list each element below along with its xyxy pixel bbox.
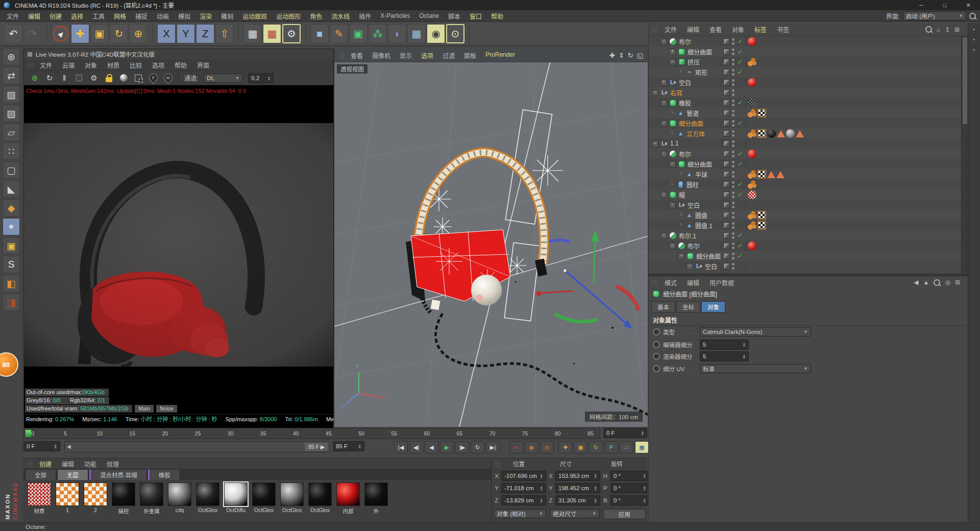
layer-box[interactable] bbox=[723, 120, 730, 127]
paint-setup-icon[interactable]: ◧ bbox=[3, 275, 20, 292]
expand-toggle[interactable]: − bbox=[652, 89, 658, 96]
visibility-dots[interactable] bbox=[732, 161, 734, 167]
attr-tab-对象[interactable]: 对象 bbox=[701, 301, 725, 312]
expand-toggle[interactable]: − bbox=[669, 202, 676, 208]
material-item[interactable]: 材质 bbox=[27, 482, 52, 515]
menu-捕捉[interactable]: 捕捉 bbox=[131, 12, 152, 20]
visibility-dots[interactable] bbox=[732, 181, 734, 188]
object-name[interactable]: 细分曲面 bbox=[679, 119, 703, 128]
menu-脚本[interactable]: 脚本 bbox=[444, 12, 465, 20]
phong-tag-icon[interactable] bbox=[748, 221, 756, 230]
object-row[interactable]: −细分曲面✓ bbox=[649, 159, 961, 169]
attribute-stepper[interactable]: 5▲▼ bbox=[700, 351, 749, 361]
viewport-panel[interactable]: 查看摄像机显示选项过滤面板ProRender ✚⇕↻◱ bbox=[334, 49, 647, 426]
object-row[interactable]: −细分曲面✓ bbox=[649, 251, 961, 261]
phong-tag-icon[interactable] bbox=[748, 58, 756, 66]
object-row[interactable]: −布尔✓ bbox=[649, 240, 961, 251]
visibility-dots[interactable] bbox=[732, 212, 734, 219]
position-field[interactable]: -13.829 cm▲▼ bbox=[501, 495, 546, 505]
paint-colors-icon[interactable]: ◨ bbox=[3, 294, 20, 311]
visibility-dots[interactable] bbox=[732, 151, 734, 157]
material-tab-橡胶[interactable]: 橡胶 bbox=[148, 469, 180, 480]
material-thumbnail[interactable] bbox=[168, 482, 191, 506]
model-mode-icon[interactable]: ▧ bbox=[3, 86, 20, 103]
material-ball-icon[interactable] bbox=[119, 74, 128, 83]
object-name[interactable]: 细分曲面 bbox=[688, 160, 712, 168]
attr-menu-用户数据[interactable]: 用户数据 bbox=[704, 278, 739, 287]
object-name[interactable]: 圆盘.1 bbox=[695, 221, 713, 230]
menu-窗口[interactable]: 窗口 bbox=[465, 12, 486, 20]
om-home-icon[interactable]: ⌂ bbox=[937, 26, 940, 33]
attr-up-icon[interactable]: ▲ bbox=[923, 279, 929, 286]
visibility-dots[interactable] bbox=[732, 89, 734, 96]
maximize-button[interactable]: □ bbox=[933, 0, 957, 10]
viewport-canvas[interactable]: Y X Z bbox=[334, 62, 648, 427]
lv-menu-比较[interactable]: 比较 bbox=[125, 61, 147, 69]
mat-red-tag-icon[interactable] bbox=[748, 242, 756, 250]
lock-axis-icon[interactable]: ▣ bbox=[3, 237, 20, 254]
record-scale-button[interactable]: ▣ bbox=[574, 441, 587, 453]
attribute-select[interactable]: 标准▼ bbox=[700, 364, 811, 373]
layer-box[interactable] bbox=[723, 151, 730, 157]
prev-key-button[interactable]: ◀| bbox=[409, 441, 423, 453]
texture-mode-icon[interactable]: ▨ bbox=[3, 105, 20, 122]
workplane-mode-icon[interactable]: ▱ bbox=[3, 124, 20, 141]
octane-render-icon[interactable]: ⊛ bbox=[30, 74, 39, 83]
object-row[interactable]: +L0空白 bbox=[649, 77, 961, 87]
visibility-dots[interactable] bbox=[732, 253, 734, 259]
octane-balloon-icon[interactable]: 80 bbox=[0, 352, 18, 377]
pick-material-icon[interactable]: M bbox=[163, 74, 173, 83]
menu-角色[interactable]: 角色 bbox=[305, 12, 327, 20]
position-field[interactable]: -107.696 cm▲▼ bbox=[501, 471, 546, 481]
vp-menu-查看[interactable]: 查看 bbox=[346, 51, 368, 60]
expand-toggle[interactable]: − bbox=[669, 161, 676, 167]
radio-icon[interactable] bbox=[653, 341, 660, 348]
attr-back-icon[interactable]: ◀ bbox=[914, 279, 918, 286]
last-tool-button[interactable]: ⊕ bbox=[129, 24, 148, 43]
object-row[interactable]: −布尔✓ bbox=[649, 36, 961, 46]
vp-menu-摄像机[interactable]: 摄像机 bbox=[368, 51, 395, 60]
visibility-dots[interactable] bbox=[732, 202, 734, 208]
visibility-dots[interactable] bbox=[732, 79, 734, 86]
enabled-check[interactable]: ✓ bbox=[737, 48, 744, 55]
coord-system-button[interactable]: ⇧ bbox=[215, 24, 234, 43]
edges-mode-icon[interactable]: ▢ bbox=[3, 161, 20, 179]
object-row[interactable]: −挤压✓ bbox=[649, 57, 961, 67]
enabled-check[interactable]: ✓ bbox=[737, 242, 744, 249]
object-name[interactable]: 布尔 bbox=[679, 37, 691, 46]
axis-mode-icon[interactable]: ⌖ bbox=[3, 218, 20, 235]
goto-end-button[interactable]: ▶| bbox=[486, 441, 500, 453]
autokey-button[interactable]: ◉ bbox=[525, 441, 538, 453]
material-item[interactable]: 内部 bbox=[335, 482, 361, 515]
restart-icon[interactable]: R bbox=[75, 74, 84, 83]
material-tab-混合材质-耳帽[interactable]: 混合材质-耳帽 bbox=[89, 469, 147, 480]
settings-gear-icon[interactable]: ⚙ bbox=[89, 74, 99, 83]
add-light-button[interactable]: ⊙ bbox=[446, 24, 464, 43]
layer-box[interactable] bbox=[723, 140, 730, 147]
menu-插件[interactable]: 插件 bbox=[354, 12, 376, 20]
object-name[interactable]: 管道 bbox=[687, 109, 699, 117]
layer-box[interactable] bbox=[723, 181, 730, 188]
attribute-stepper[interactable]: 5▲▼ bbox=[700, 340, 749, 350]
expand-toggle[interactable]: − bbox=[660, 120, 667, 127]
object-name[interactable]: 帽 bbox=[679, 190, 685, 199]
ruler-frame-field[interactable]: 0 F ▲▼ bbox=[603, 428, 647, 438]
radio-icon[interactable] bbox=[653, 328, 660, 335]
panel-grip-icon[interactable] bbox=[652, 27, 658, 32]
render-view-button[interactable]: ▦ bbox=[243, 24, 262, 43]
add-cube-button[interactable]: ■ bbox=[310, 24, 329, 43]
enabled-check[interactable]: ✓ bbox=[737, 58, 744, 65]
size-field[interactable]: 31.305 cm▲▼ bbox=[555, 495, 600, 505]
layer-box[interactable] bbox=[723, 110, 730, 116]
panel-grip-icon[interactable] bbox=[652, 280, 658, 285]
attr-target-icon[interactable]: ◎ bbox=[945, 279, 950, 286]
lv-menu-对象[interactable]: 对象 bbox=[80, 61, 102, 69]
attr-tab-坐标[interactable]: 坐标 bbox=[676, 301, 700, 312]
om-grid-icon[interactable]: ⊞ bbox=[954, 26, 960, 33]
vp-menu-面板[interactable]: 面板 bbox=[459, 51, 481, 60]
phong-tag-icon[interactable] bbox=[748, 211, 756, 220]
make-editable-icon[interactable]: ⇄ bbox=[3, 67, 20, 84]
mat-menu-创建[interactable]: 创建 bbox=[34, 460, 57, 468]
minimize-button[interactable]: ─ bbox=[910, 0, 933, 10]
panel-splitter[interactable] bbox=[649, 274, 968, 276]
